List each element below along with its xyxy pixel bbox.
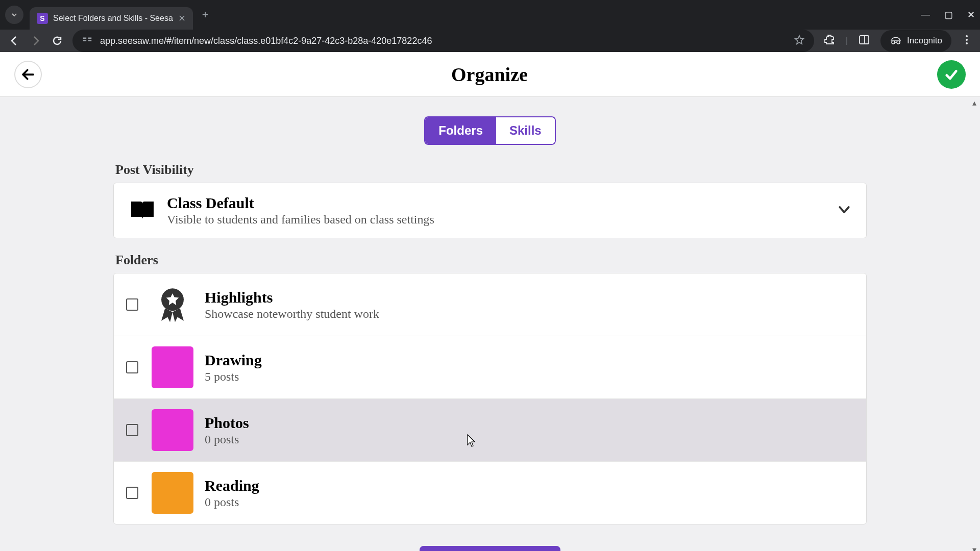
scrollbar[interactable]: ▴ ▾ [969, 97, 980, 551]
create-folder-bar: + Create a Folder! [0, 540, 980, 551]
browser-menu-icon[interactable] [962, 35, 972, 47]
close-tab-icon[interactable]: ✕ [178, 13, 186, 24]
browser-toolbar: app.seesaw.me/#/item/new/class/class.e01… [0, 30, 980, 52]
close-window-button[interactable]: ✕ [967, 9, 975, 20]
svg-point-8 [966, 42, 968, 44]
create-folder-button[interactable]: + Create a Folder! [420, 546, 560, 551]
bookmark-star-icon[interactable] [794, 34, 805, 47]
incognito-icon [890, 35, 902, 47]
folder-name: Photos [205, 414, 854, 432]
folders-label: Folders [115, 253, 867, 268]
folder-name: Drawing [205, 352, 854, 369]
svg-rect-3 [88, 40, 91, 41]
folder-sub: 0 posts [205, 495, 854, 509]
url-text: app.seesaw.me/#/item/new/class/class.e01… [100, 36, 787, 46]
back-button[interactable] [14, 61, 42, 88]
folder-row-reading[interactable]: Reading 0 posts [114, 462, 866, 524]
svg-rect-1 [83, 40, 86, 41]
reload-button[interactable] [51, 35, 63, 47]
folder-sub: Showcase noteworthy student work [205, 307, 854, 321]
folder-row-highlights[interactable]: Highlights Showcase noteworthy student w… [114, 273, 866, 336]
visibility-subtitle: Visible to students and families based o… [167, 213, 837, 227]
app-header: Organize [0, 52, 980, 97]
folder-name: Highlights [205, 289, 854, 306]
folder-sub: 5 posts [205, 370, 854, 384]
svg-rect-2 [88, 37, 91, 39]
browser-tab[interactable]: S Select Folders and Skills - Seesa ✕ [30, 7, 193, 30]
minimize-button[interactable]: — [921, 9, 930, 20]
checkbox[interactable] [126, 424, 138, 436]
nav-back-button[interactable] [8, 35, 20, 47]
tab-search-button[interactable] [5, 6, 23, 24]
incognito-label: Incognito [907, 36, 942, 46]
seesaw-favicon: S [37, 13, 48, 24]
folder-sub: 0 posts [205, 433, 854, 446]
arrow-left-icon [20, 67, 36, 82]
post-visibility-label: Post Visibility [115, 162, 867, 178]
sidepanel-icon[interactable] [858, 34, 870, 48]
folder-list: Highlights Showcase noteworthy student w… [113, 273, 867, 524]
scroll-up-icon[interactable]: ▴ [969, 97, 980, 108]
visibility-title: Class Default [167, 194, 837, 212]
url-bar[interactable]: app.seesaw.me/#/item/new/class/class.e01… [72, 30, 814, 52]
app-page: Organize Folders Skills Post Visibility [0, 52, 980, 551]
browser-titlebar: S Select Folders and Skills - Seesa ✕ + … [0, 0, 980, 30]
site-info-icon[interactable] [82, 35, 93, 47]
chevron-down-icon [837, 202, 852, 219]
svg-point-7 [966, 39, 968, 41]
confirm-button[interactable] [937, 60, 966, 89]
extensions-icon[interactable] [823, 34, 836, 48]
page-title: Organize [42, 63, 937, 86]
nav-forward-button[interactable] [30, 35, 42, 47]
incognito-indicator[interactable]: Incognito [880, 30, 951, 52]
folder-color-swatch [152, 472, 193, 514]
checkbox[interactable] [126, 361, 138, 373]
check-icon [943, 66, 960, 83]
svg-rect-0 [83, 37, 86, 39]
svg-point-6 [966, 35, 968, 37]
new-tab-button[interactable]: + [202, 8, 209, 21]
folder-row-drawing[interactable]: Drawing 5 posts [114, 336, 866, 399]
checkbox[interactable] [126, 298, 138, 311]
checkbox[interactable] [126, 487, 138, 499]
folder-color-swatch [152, 346, 193, 388]
folder-name: Reading [205, 477, 854, 494]
award-icon [152, 284, 193, 325]
toolbar-divider: | [846, 36, 848, 45]
visibility-selector[interactable]: Class Default Visible to students and fa… [113, 183, 867, 238]
folder-color-swatch [152, 409, 193, 451]
maximize-button[interactable]: ▢ [944, 9, 953, 20]
book-icon [128, 196, 157, 225]
tab-folders[interactable]: Folders [425, 117, 496, 144]
tab-skills[interactable]: Skills [496, 117, 555, 144]
segmented-control: Folders Skills [113, 116, 867, 145]
window-controls: — ▢ ✕ [921, 9, 975, 20]
svg-rect-4 [860, 36, 869, 44]
folder-row-photos[interactable]: Photos 0 posts [114, 399, 866, 462]
tab-title: Select Folders and Skills - Seesa [53, 14, 173, 23]
